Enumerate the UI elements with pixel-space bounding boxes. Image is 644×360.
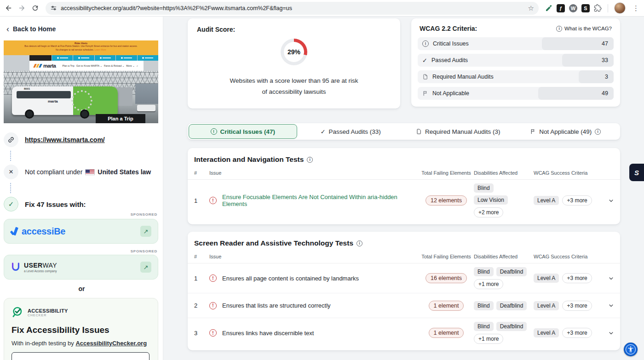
compliance-suffix: United States law	[98, 168, 151, 176]
external-link-icon[interactable]: ↗	[140, 262, 151, 273]
issue-row[interactable]: 2 ! Ensures that lists are structured co…	[188, 293, 620, 318]
alert-icon: !	[209, 197, 217, 204]
wcag-row-critical[interactable]: ! Critical Issues 47	[418, 37, 614, 50]
preview-nav-bar: marta Plan a Trip Get to Know MARTA ⌄ Fa…	[29, 61, 144, 71]
issue-label[interactable]: Ensures links have discernible text	[222, 330, 314, 337]
document-icon	[422, 74, 428, 80]
audit-sidebar: ‹ Back to Home Rider Alerts Bus detours …	[0, 17, 163, 360]
wcag-row-manual[interactable]: Required Manual Audits 3	[418, 70, 614, 83]
address-bar[interactable]: accessibilitychecker.org/audit/?website=…	[46, 2, 539, 15]
what-is-wcag-link[interactable]: i What is the WCAG?	[556, 26, 612, 32]
accessibility-checker-logo: ACCESSIBILITY CHECKER	[12, 306, 150, 319]
wcag-level-tag: Level A	[534, 301, 559, 310]
external-link-icon[interactable]: ↗	[140, 226, 151, 237]
accessibe-sponsor-card[interactable]: accessiBe ↗	[4, 219, 158, 244]
section-title: Interaction and Navigation Tests	[194, 155, 304, 164]
link-icon	[4, 132, 18, 147]
userway-logo: USERWAY a Level Access company	[11, 262, 57, 273]
more-criteria-pill[interactable]: +3 more	[562, 301, 592, 311]
expand-chevron-icon[interactable]	[602, 197, 620, 204]
reload-button[interactable]	[30, 2, 40, 14]
audit-results-main: Audit Score: 29% Websites with a score l…	[163, 17, 644, 360]
preview-alert-line2: No changes to rail service schedules.	[56, 48, 94, 51]
disability-tag: Low Vision	[474, 195, 508, 205]
fix-issues-row: ✓ Fix 47 Issues with:	[4, 197, 86, 211]
document-icon	[416, 128, 422, 135]
accessibe-logo: accessiBe	[11, 226, 65, 237]
extensions-puzzle-icon[interactable]	[594, 4, 602, 12]
w-extension-icon[interactable]: W	[569, 4, 577, 12]
eyedropper-extension-icon[interactable]	[545, 5, 552, 12]
userway-sponsor-card[interactable]: USERWAY a Level Access company ↗	[4, 255, 158, 280]
forward-button[interactable]	[17, 2, 27, 14]
email-input-field[interactable]	[12, 352, 150, 360]
issue-label[interactable]: Ensures all page content is contained by…	[222, 275, 359, 282]
more-disabilities-pill[interactable]: +2 more	[474, 207, 503, 217]
results-tabs-bar: ! Critical Issues (47) ✓ Passed Audits (…	[188, 123, 620, 140]
info-icon: i	[556, 26, 562, 32]
disability-tag: Deafblind	[496, 267, 527, 276]
alert-icon: !	[209, 302, 217, 309]
audit-score-card: Audit Score: 29% Websites with a score l…	[188, 18, 400, 109]
preview-alert-banner: Rider Alerts Bus detours will begin on M…	[4, 40, 158, 55]
preview-nav-item: More ⌄	[126, 64, 135, 68]
back-to-home-link[interactable]: ‹ Back to Home	[6, 25, 163, 33]
browser-toolbar: accessibilitychecker.org/audit/?website=…	[0, 0, 644, 17]
back-button[interactable]	[4, 2, 13, 14]
tab-critical-issues[interactable]: ! Critical Issues (47)	[189, 124, 297, 139]
more-disabilities-pill[interactable]: +1 more	[474, 279, 503, 289]
issue-link[interactable]: Ensure Focusable Elements Are Not Contai…	[222, 194, 410, 207]
more-criteria-pill[interactable]: +3 more	[562, 328, 592, 338]
audit-score-title: Audit Score:	[197, 26, 391, 33]
disability-tag: Deafblind	[496, 301, 527, 310]
more-criteria-pill[interactable]: +3 more	[562, 273, 592, 283]
expand-chevron-icon[interactable]	[602, 330, 620, 337]
expand-chevron-icon[interactable]	[602, 275, 620, 282]
fix-issues-label: Fix 47 Issues with:	[25, 200, 86, 208]
tab-not-applicable[interactable]: Not Applicable (49) i	[512, 124, 620, 139]
f-extension-icon[interactable]: ƒ	[557, 4, 565, 12]
alert-icon: !	[211, 128, 217, 135]
s-extension-side-tab[interactable]: S	[629, 164, 644, 181]
expand-chevron-icon[interactable]	[602, 302, 620, 309]
accessibility-widget-button[interactable]	[624, 343, 638, 356]
info-icon[interactable]: i	[307, 157, 313, 163]
issue-row[interactable]: 3 ! Ensures links have discernible text …	[188, 318, 620, 348]
interaction-navigation-section: Interaction and Navigation Tests i # Iss…	[188, 148, 620, 224]
wcag-row-passed[interactable]: ✓ Passed Audits 33	[418, 54, 614, 67]
sponsored-label: SPONSORED	[131, 249, 157, 253]
count-pill: 33	[562, 54, 614, 67]
accessibilitychecker-link[interactable]: AccessibilityChecker.org	[75, 340, 147, 347]
count-pill: 47	[542, 37, 614, 50]
info-icon[interactable]: i	[595, 129, 601, 135]
issue-label[interactable]: Ensures that lists are structured correc…	[222, 302, 331, 309]
more-criteria-pill[interactable]: +3 more	[562, 195, 592, 206]
s-extension-icon[interactable]: S	[581, 4, 590, 12]
tab-passed-audits[interactable]: ✓ Passed Audits (33)	[297, 124, 405, 139]
issue-row[interactable]: 1 ! Ensures all page content is containe…	[188, 263, 620, 293]
audited-url-link[interactable]: https://www.itsmarta.com/	[25, 136, 105, 143]
chevron-left-icon: ‹	[6, 25, 9, 33]
marta-bus: 8001 marta	[12, 86, 118, 115]
bookmark-star-icon[interactable]: ☆	[528, 4, 534, 12]
issue-row[interactable]: 1 ! Ensure Focusable Elements Are Not Co…	[188, 180, 620, 221]
fix-accessibility-title: Fix Accessibility Issues	[12, 325, 150, 335]
accessibility-person-icon	[627, 346, 634, 353]
check-icon: ✓	[422, 57, 427, 64]
us-flag-icon	[85, 169, 95, 175]
site-settings-icon[interactable]	[50, 5, 57, 11]
toolbar-separator	[608, 4, 608, 12]
wcag-row-not-applicable[interactable]: Not Applicable 49	[418, 87, 614, 100]
profile-avatar[interactable]	[614, 2, 626, 14]
menu-kebab-icon[interactable]: ⋮	[630, 4, 644, 12]
wcag-criteria-card: WCAG 2.2 Criteria: i What is the WCAG? !…	[411, 18, 620, 107]
failing-elements-pill: 12 elements	[426, 195, 467, 206]
info-icon[interactable]: i	[356, 240, 362, 246]
tab-required-manual-audits[interactable]: Required Manual Audits (3)	[404, 124, 512, 139]
failing-elements-pill: 16 elements	[426, 273, 467, 283]
audited-url-row: https://www.itsmarta.com/	[4, 132, 105, 147]
more-disabilities-pill[interactable]: +1 more	[474, 334, 503, 344]
connector-dotted-line	[10, 183, 11, 193]
alert-icon: !	[422, 40, 429, 47]
accessibility-checker-card: ACCESSIBILITY CHECKER Fix Accessibility …	[4, 298, 158, 360]
